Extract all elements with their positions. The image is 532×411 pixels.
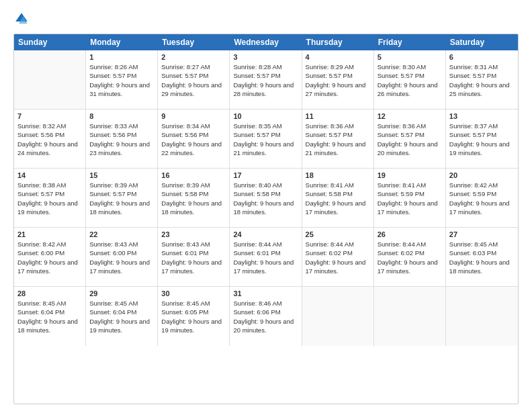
day-info: Sunrise: 8:43 AMSunset: 6:00 PMDaylight:… bbox=[89, 240, 154, 275]
day-info: Sunrise: 8:33 AMSunset: 5:56 PMDaylight:… bbox=[89, 122, 154, 157]
calendar-header-day: Wednesday bbox=[230, 34, 302, 50]
calendar-row: 1Sunrise: 8:26 AMSunset: 5:57 PMDaylight… bbox=[14, 50, 518, 109]
calendar-header: SundayMondayTuesdayWednesdayThursdayFrid… bbox=[14, 34, 518, 50]
page: SundayMondayTuesdayWednesdayThursdayFrid… bbox=[0, 0, 532, 411]
day-number: 14 bbox=[17, 171, 82, 179]
day-info: Sunrise: 8:29 AMSunset: 5:57 PMDaylight:… bbox=[306, 62, 370, 98]
calendar-cell: 31Sunrise: 8:46 AMSunset: 6:06 PMDayligh… bbox=[230, 287, 302, 346]
calendar-header-day: Sunday bbox=[14, 34, 86, 50]
day-info: Sunrise: 8:31 AMSunset: 5:57 PMDaylight:… bbox=[449, 62, 515, 98]
day-info: Sunrise: 8:39 AMSunset: 5:57 PMDaylight:… bbox=[89, 181, 154, 216]
day-number: 4 bbox=[306, 53, 370, 61]
day-info: Sunrise: 8:45 AMSunset: 6:04 PMDaylight:… bbox=[89, 299, 154, 334]
calendar-cell: 11Sunrise: 8:36 AMSunset: 5:57 PMDayligh… bbox=[302, 109, 374, 168]
day-number: 22 bbox=[89, 230, 154, 238]
day-info: Sunrise: 8:45 AMSunset: 6:04 PMDaylight:… bbox=[17, 299, 82, 334]
day-info: Sunrise: 8:28 AMSunset: 5:57 PMDaylight:… bbox=[233, 62, 298, 98]
day-info: Sunrise: 8:32 AMSunset: 5:56 PMDaylight:… bbox=[17, 122, 82, 157]
calendar-cell: 4Sunrise: 8:29 AMSunset: 5:57 PMDaylight… bbox=[302, 50, 374, 109]
calendar-cell: 20Sunrise: 8:42 AMSunset: 5:59 PMDayligh… bbox=[446, 169, 518, 227]
calendar-cell: 8Sunrise: 8:33 AMSunset: 5:56 PMDaylight… bbox=[86, 109, 158, 168]
day-number: 23 bbox=[161, 230, 226, 238]
day-number: 29 bbox=[89, 289, 154, 298]
day-info: Sunrise: 8:34 AMSunset: 5:56 PMDaylight:… bbox=[161, 122, 226, 157]
day-number: 28 bbox=[17, 289, 82, 298]
day-number: 6 bbox=[449, 53, 515, 61]
day-number: 8 bbox=[89, 112, 154, 120]
day-info: Sunrise: 8:45 AMSunset: 6:03 PMDaylight:… bbox=[449, 240, 515, 275]
calendar-body: 1Sunrise: 8:26 AMSunset: 5:57 PMDaylight… bbox=[14, 50, 518, 346]
calendar-cell: 14Sunrise: 8:38 AMSunset: 5:57 PMDayligh… bbox=[14, 169, 86, 227]
calendar-row: 14Sunrise: 8:38 AMSunset: 5:57 PMDayligh… bbox=[14, 169, 518, 228]
calendar-cell bbox=[446, 287, 518, 346]
calendar-cell: 15Sunrise: 8:39 AMSunset: 5:57 PMDayligh… bbox=[86, 169, 158, 227]
day-number: 1 bbox=[89, 53, 154, 61]
calendar-cell: 5Sunrise: 8:30 AMSunset: 5:57 PMDaylight… bbox=[374, 50, 446, 109]
day-number: 31 bbox=[233, 289, 298, 298]
day-number: 7 bbox=[17, 112, 82, 120]
day-number: 11 bbox=[306, 112, 370, 120]
day-info: Sunrise: 8:27 AMSunset: 5:57 PMDaylight:… bbox=[161, 62, 226, 98]
calendar-cell: 10Sunrise: 8:35 AMSunset: 5:57 PMDayligh… bbox=[230, 109, 302, 168]
day-number: 17 bbox=[233, 171, 298, 179]
calendar-cell: 17Sunrise: 8:40 AMSunset: 5:58 PMDayligh… bbox=[230, 169, 302, 227]
calendar-cell: 1Sunrise: 8:26 AMSunset: 5:57 PMDaylight… bbox=[86, 50, 158, 109]
day-number: 30 bbox=[161, 289, 226, 298]
calendar-cell: 2Sunrise: 8:27 AMSunset: 5:57 PMDaylight… bbox=[158, 50, 230, 109]
day-number: 26 bbox=[378, 230, 442, 238]
calendar-cell: 28Sunrise: 8:45 AMSunset: 6:04 PMDayligh… bbox=[14, 287, 86, 346]
day-info: Sunrise: 8:35 AMSunset: 5:57 PMDaylight:… bbox=[233, 122, 298, 157]
day-number: 25 bbox=[306, 230, 370, 238]
day-info: Sunrise: 8:42 AMSunset: 5:59 PMDaylight:… bbox=[449, 181, 515, 216]
calendar-cell: 23Sunrise: 8:43 AMSunset: 6:01 PMDayligh… bbox=[158, 228, 230, 286]
day-number: 10 bbox=[233, 112, 298, 120]
day-info: Sunrise: 8:30 AMSunset: 5:57 PMDaylight:… bbox=[378, 62, 442, 98]
day-info: Sunrise: 8:40 AMSunset: 5:58 PMDaylight:… bbox=[233, 181, 298, 216]
day-info: Sunrise: 8:38 AMSunset: 5:57 PMDaylight:… bbox=[17, 181, 82, 216]
calendar-cell: 30Sunrise: 8:45 AMSunset: 6:05 PMDayligh… bbox=[158, 287, 230, 346]
calendar-header-day: Friday bbox=[374, 34, 446, 50]
calendar-cell: 24Sunrise: 8:44 AMSunset: 6:01 PMDayligh… bbox=[230, 228, 302, 286]
day-info: Sunrise: 8:36 AMSunset: 5:57 PMDaylight:… bbox=[306, 122, 370, 157]
day-info: Sunrise: 8:43 AMSunset: 6:01 PMDaylight:… bbox=[161, 240, 226, 275]
day-info: Sunrise: 8:39 AMSunset: 5:58 PMDaylight:… bbox=[161, 181, 226, 216]
day-number: 13 bbox=[449, 112, 515, 120]
logo-icon bbox=[13, 11, 30, 27]
calendar-row: 28Sunrise: 8:45 AMSunset: 6:04 PMDayligh… bbox=[14, 287, 518, 346]
calendar-cell: 26Sunrise: 8:44 AMSunset: 6:02 PMDayligh… bbox=[374, 228, 446, 286]
day-info: Sunrise: 8:44 AMSunset: 6:02 PMDaylight:… bbox=[306, 240, 370, 275]
day-info: Sunrise: 8:26 AMSunset: 5:57 PMDaylight:… bbox=[89, 62, 154, 98]
day-number: 20 bbox=[449, 171, 515, 179]
calendar-cell: 12Sunrise: 8:36 AMSunset: 5:57 PMDayligh… bbox=[374, 109, 446, 168]
day-info: Sunrise: 8:41 AMSunset: 5:58 PMDaylight:… bbox=[306, 181, 370, 216]
calendar-cell: 3Sunrise: 8:28 AMSunset: 5:57 PMDaylight… bbox=[230, 50, 302, 109]
day-number: 3 bbox=[233, 53, 298, 61]
calendar-row: 7Sunrise: 8:32 AMSunset: 5:56 PMDaylight… bbox=[14, 109, 518, 169]
calendar-cell: 7Sunrise: 8:32 AMSunset: 5:56 PMDaylight… bbox=[14, 109, 86, 168]
calendar-cell: 25Sunrise: 8:44 AMSunset: 6:02 PMDayligh… bbox=[302, 228, 374, 286]
day-number: 24 bbox=[233, 230, 298, 238]
calendar-header-day: Tuesday bbox=[158, 34, 230, 50]
calendar-cell bbox=[374, 287, 446, 346]
calendar-cell: 6Sunrise: 8:31 AMSunset: 5:57 PMDaylight… bbox=[446, 50, 518, 109]
day-number: 19 bbox=[378, 171, 442, 179]
header bbox=[13, 11, 519, 27]
day-info: Sunrise: 8:46 AMSunset: 6:06 PMDaylight:… bbox=[233, 299, 298, 334]
day-number: 18 bbox=[306, 171, 370, 179]
day-info: Sunrise: 8:45 AMSunset: 6:05 PMDaylight:… bbox=[161, 299, 226, 334]
calendar-header-day: Monday bbox=[86, 34, 158, 50]
calendar: SundayMondayTuesdayWednesdayThursdayFrid… bbox=[13, 34, 519, 404]
calendar-row: 21Sunrise: 8:42 AMSunset: 6:00 PMDayligh… bbox=[14, 228, 518, 287]
calendar-cell: 27Sunrise: 8:45 AMSunset: 6:03 PMDayligh… bbox=[446, 228, 518, 286]
calendar-cell: 13Sunrise: 8:37 AMSunset: 5:57 PMDayligh… bbox=[446, 109, 518, 168]
day-number: 9 bbox=[161, 112, 226, 120]
day-info: Sunrise: 8:36 AMSunset: 5:57 PMDaylight:… bbox=[378, 122, 442, 157]
calendar-cell bbox=[302, 287, 374, 346]
calendar-header-day: Thursday bbox=[302, 34, 374, 50]
day-number: 27 bbox=[449, 230, 515, 238]
day-info: Sunrise: 8:41 AMSunset: 5:59 PMDaylight:… bbox=[378, 181, 442, 216]
day-info: Sunrise: 8:44 AMSunset: 6:02 PMDaylight:… bbox=[378, 240, 442, 275]
calendar-cell: 18Sunrise: 8:41 AMSunset: 5:58 PMDayligh… bbox=[302, 169, 374, 227]
calendar-cell: 21Sunrise: 8:42 AMSunset: 6:00 PMDayligh… bbox=[14, 228, 86, 286]
calendar-cell: 19Sunrise: 8:41 AMSunset: 5:59 PMDayligh… bbox=[374, 169, 446, 227]
